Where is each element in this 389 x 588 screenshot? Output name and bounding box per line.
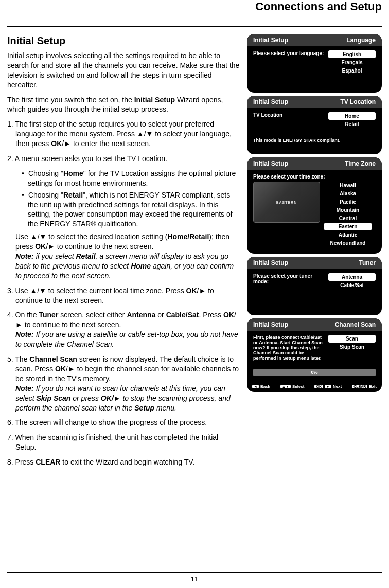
option-retail[interactable]: Retail bbox=[328, 120, 376, 128]
osd-subtitle: Time Zone bbox=[345, 160, 376, 167]
osd-time-zone: Initial Setup Time Zone Please select yo… bbox=[247, 157, 382, 254]
osd-title: Initial Setup bbox=[253, 37, 288, 44]
footer-rule bbox=[7, 572, 382, 573]
step-7: 7. When the scanning is finished, the un… bbox=[7, 433, 240, 452]
osd-tv-location: Initial Setup TV Location TV Location Ho… bbox=[247, 96, 382, 154]
step-6: 6. The screen will change to show the pr… bbox=[7, 418, 240, 427]
osd-energy-note: This mode is ENERGY STAR compliant. bbox=[253, 138, 376, 143]
osd-prompt: First, please connect Cable/Sat or Anten… bbox=[253, 335, 324, 361]
intro-paragraph-2: The first time you switch the set on, th… bbox=[7, 95, 240, 115]
updown-key-icon: ▲▼ bbox=[280, 385, 291, 388]
option-mountain[interactable]: Mountain bbox=[324, 206, 372, 214]
step-1: 1. The first step of the setup requires … bbox=[7, 119, 240, 149]
step-8: 8. Press CLEAR to exit the Wizard and be… bbox=[7, 457, 240, 467]
osd-title: Initial Setup bbox=[253, 98, 288, 105]
step-2-bullets: Choosing "Home" for the TV Location assi… bbox=[22, 169, 240, 229]
option-home[interactable]: Home bbox=[328, 112, 376, 120]
map-icon: EASTERN bbox=[253, 182, 320, 223]
osd-subtitle: Channel Scan bbox=[335, 321, 376, 328]
osd-title: Initial Setup bbox=[253, 259, 288, 266]
osd-prompt: Please select your time zone: bbox=[253, 174, 376, 180]
right-key-icon: ► bbox=[325, 385, 331, 388]
instructions-column: Initial Setup Initial setup involves sel… bbox=[7, 34, 240, 472]
osd-prompt: Please select your tuner mode: bbox=[253, 273, 324, 309]
osd-title: Initial Setup bbox=[253, 321, 288, 328]
intro-paragraph-1: Initial setup involves selecting all the… bbox=[7, 51, 240, 90]
step-2-use: Use ▲/▼ to select the desired location s… bbox=[7, 232, 240, 280]
left-key-icon: ◄ bbox=[252, 385, 259, 388]
osd-channel-scan: Initial Setup Channel Scan First, please… bbox=[247, 318, 382, 392]
nav-hints: ◄Back ▲▼Select OK►Next CLEARExit bbox=[247, 382, 382, 392]
osd-title: Initial Setup bbox=[253, 160, 288, 167]
option-hawaii[interactable]: Hawaii bbox=[324, 182, 372, 189]
osd-subtitle: Language bbox=[346, 37, 376, 44]
option-cable-sat[interactable]: Cable/Sat bbox=[328, 281, 376, 289]
osd-tuner: Initial Setup Tuner Please select your t… bbox=[247, 257, 382, 315]
option-pacific[interactable]: Pacific bbox=[324, 198, 372, 206]
option-antenna[interactable]: Antenna bbox=[328, 273, 376, 281]
osd-prompt: TV Location bbox=[253, 112, 324, 129]
ok-key-icon: OK bbox=[314, 385, 323, 388]
page-header: Connections and Setup bbox=[0, 0, 389, 15]
osd-language: Initial Setup Language Please select you… bbox=[247, 34, 382, 93]
clear-key-icon: CLEAR bbox=[352, 385, 367, 388]
option-atlantic[interactable]: Atlantic bbox=[324, 231, 372, 239]
step-3: 3. Use ▲/▼ to select the current local t… bbox=[7, 286, 240, 306]
option-francais[interactable]: Français bbox=[328, 59, 376, 66]
option-central[interactable]: Central bbox=[324, 215, 372, 222]
step-5: 5. The Channel Scan screen is now displa… bbox=[7, 354, 240, 413]
page-number: 11 bbox=[0, 575, 389, 583]
option-espanol[interactable]: Español bbox=[328, 67, 376, 75]
progress-bar: 0% bbox=[253, 369, 376, 376]
osd-subtitle: Tuner bbox=[359, 259, 376, 266]
option-newfoundland[interactable]: Newfoundland bbox=[324, 239, 372, 247]
osd-prompt: Please select your language: bbox=[253, 50, 324, 86]
heading-initial-setup: Initial Setup bbox=[7, 34, 240, 48]
osd-subtitle: TV Location bbox=[340, 98, 376, 105]
option-alaska[interactable]: Alaska bbox=[324, 190, 372, 198]
option-english[interactable]: English bbox=[328, 50, 376, 58]
osd-column: Initial Setup Language Please select you… bbox=[247, 34, 382, 472]
option-eastern[interactable]: Eastern bbox=[324, 223, 372, 230]
step-2-intro: 2. A menu screen asks you to set the TV … bbox=[7, 154, 240, 164]
option-scan[interactable]: Scan bbox=[328, 335, 376, 343]
option-skip-scan[interactable]: Skip Scan bbox=[328, 343, 376, 351]
step-4: 4. On the Tuner screen, select either An… bbox=[7, 310, 240, 349]
